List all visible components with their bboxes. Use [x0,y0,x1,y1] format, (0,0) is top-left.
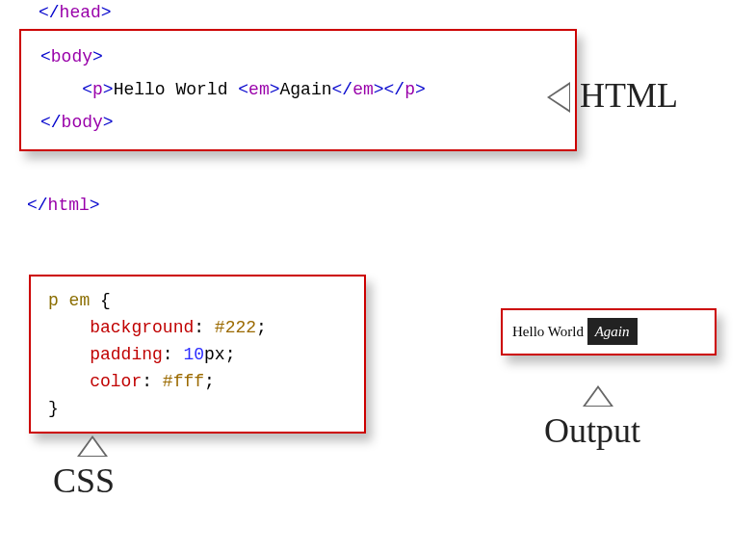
output-render: Hello World Again [503,316,715,348]
code-line-html-close: </html> [27,189,100,222]
code-line-body-open: <body> [40,40,556,73]
output-panel: Hello World Again [501,308,717,356]
css-code-panel: p em { background: #222; padding: 10px; … [29,275,366,434]
html-code-panel: <body> <p>Hello World <em>Again</em></p>… [19,29,577,151]
css-line-close: } [48,396,347,423]
code-line-body-close: </body> [40,106,556,139]
pointer-caret-html [547,82,570,113]
output-em: Again [587,318,638,345]
code-line-p: <p>Hello World <em>Again</em></p> [40,73,556,106]
label-output: Output [544,410,640,451]
code-line-head-close: </head> [39,0,112,29]
css-line-color: color: #fff; [48,369,347,396]
output-text: Hello World [512,324,587,339]
label-html: HTML [580,75,678,116]
css-line-background: background: #222; [48,315,347,342]
pointer-caret-css [77,435,108,457]
css-line-selector: p em { [48,288,347,315]
pointer-caret-output [583,385,613,407]
css-line-padding: padding: 10px; [48,342,347,369]
label-css: CSS [53,461,115,501]
